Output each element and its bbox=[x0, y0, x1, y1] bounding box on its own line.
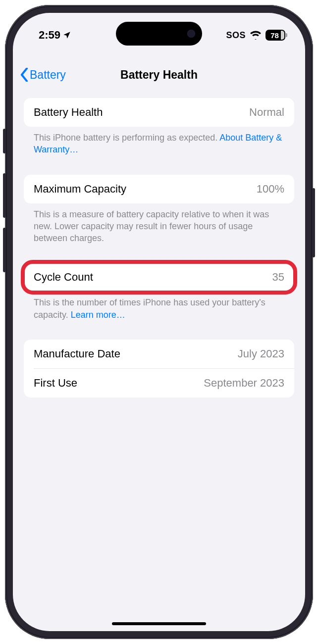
maximum-capacity-row[interactable]: Maximum Capacity 100% bbox=[24, 175, 294, 203]
page-title: Battery Health bbox=[120, 68, 198, 82]
wifi-icon bbox=[250, 31, 262, 40]
sos-indicator: SOS bbox=[226, 30, 246, 41]
first-use-value: September 2023 bbox=[204, 377, 284, 390]
battery-percent: 78 bbox=[270, 31, 279, 40]
battery-health-value: Normal bbox=[249, 106, 284, 119]
volume-down-button bbox=[3, 228, 6, 272]
first-use-label: First Use bbox=[34, 377, 77, 390]
back-label: Battery bbox=[30, 68, 66, 82]
front-camera bbox=[187, 30, 195, 38]
battery-indicator: 78 bbox=[265, 30, 285, 41]
cycle-count-highlight: Cycle Count 35 bbox=[24, 263, 294, 292]
dates-group: Manufacture Date July 2023 First Use Sep… bbox=[24, 340, 294, 397]
cycle-count-label: Cycle Count bbox=[34, 271, 93, 284]
navigation-bar: Battery Battery Health bbox=[13, 61, 305, 88]
battery-health-label: Battery Health bbox=[34, 106, 103, 119]
chevron-left-icon bbox=[20, 68, 29, 82]
cycle-learn-more-link[interactable]: Learn more… bbox=[71, 310, 125, 320]
home-indicator[interactable] bbox=[112, 622, 206, 625]
iphone-device-frame: 2:59 SOS 78 bbox=[5, 5, 313, 639]
back-button[interactable]: Battery bbox=[20, 68, 66, 82]
dynamic-island bbox=[116, 22, 202, 46]
cycle-count-footer: This is the number of times iPhone has u… bbox=[24, 292, 294, 321]
cycle-count-value: 35 bbox=[272, 271, 284, 284]
battery-health-row[interactable]: Battery Health Normal bbox=[24, 98, 294, 127]
manufacture-date-label: Manufacture Date bbox=[34, 347, 120, 360]
battery-health-footer-text: This iPhone battery is performing as exp… bbox=[34, 133, 219, 143]
location-icon bbox=[62, 31, 71, 40]
maximum-capacity-value: 100% bbox=[257, 183, 284, 196]
silence-switch bbox=[3, 129, 6, 153]
manufacture-date-value: July 2023 bbox=[238, 347, 284, 360]
maximum-capacity-footer-text: This is a measure of battery capacity re… bbox=[34, 209, 269, 244]
cycle-count-group: Cycle Count 35 bbox=[24, 263, 294, 292]
battery-fill bbox=[281, 31, 284, 40]
settings-body: Battery Health Normal This iPhone batter… bbox=[13, 88, 305, 397]
cycle-count-row[interactable]: Cycle Count 35 bbox=[24, 263, 294, 292]
content-area: Battery Battery Health Battery Health No… bbox=[13, 13, 305, 631]
maximum-capacity-label: Maximum Capacity bbox=[34, 183, 126, 196]
first-use-row[interactable]: First Use September 2023 bbox=[34, 368, 294, 397]
maximum-capacity-footer: This is a measure of battery capacity re… bbox=[24, 203, 294, 245]
battery-health-footer: This iPhone battery is performing as exp… bbox=[24, 127, 294, 156]
maximum-capacity-group: Maximum Capacity 100% bbox=[24, 175, 294, 203]
volume-up-button bbox=[3, 173, 6, 218]
battery-health-group: Battery Health Normal bbox=[24, 98, 294, 127]
side-button bbox=[312, 188, 315, 257]
screen: 2:59 SOS 78 bbox=[13, 13, 305, 631]
manufacture-date-row[interactable]: Manufacture Date July 2023 bbox=[24, 340, 294, 368]
cycle-count-footer-text: This is the number of times iPhone has u… bbox=[34, 297, 265, 319]
status-time: 2:59 bbox=[39, 29, 60, 42]
